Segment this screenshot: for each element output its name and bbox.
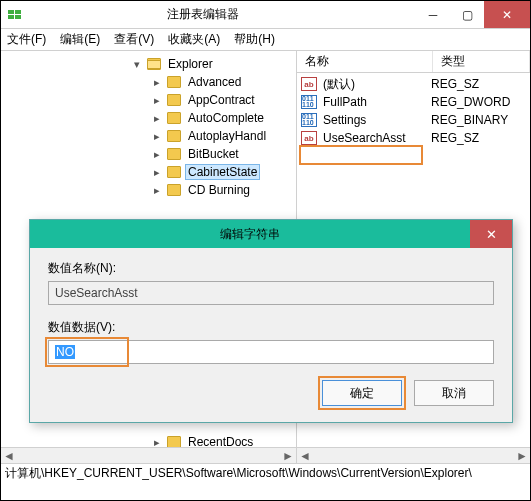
tree-hscroll[interactable]: ◄► — [3, 449, 294, 463]
value-name: FullPath — [321, 95, 431, 109]
list-row[interactable]: abUseSearchAsstREG_SZ — [297, 129, 530, 147]
string-value-icon: ab — [301, 131, 317, 145]
value-data-label: 数值数据(V): — [48, 319, 494, 336]
svg-rect-2 — [8, 15, 14, 19]
svg-rect-0 — [8, 10, 14, 14]
cancel-button[interactable]: 取消 — [414, 380, 494, 406]
tree-node[interactable]: ▸AutoComplete — [11, 109, 296, 127]
string-value-icon: ab — [301, 77, 317, 91]
node-label: AutoComplete — [185, 111, 267, 125]
ok-button[interactable]: 确定 — [322, 380, 402, 406]
svg-rect-1 — [15, 10, 21, 14]
menubar: 文件(F) 编辑(E) 查看(V) 收藏夹(A) 帮助(H) — [1, 29, 530, 51]
list-hscroll[interactable]: ◄► — [299, 449, 528, 463]
edit-string-dialog: 编辑字符串 ✕ 数值名称(N): UseSearchAsst 数值数据(V): … — [29, 219, 513, 423]
menu-file[interactable]: 文件(F) — [7, 31, 46, 48]
folder-icon — [167, 166, 181, 178]
binary-value-icon: 011 110 — [301, 113, 317, 127]
status-path: 计算机\HKEY_CURRENT_USER\Software\Microsoft… — [5, 465, 472, 482]
folder-icon — [167, 130, 181, 142]
window-title: 注册表编辑器 — [29, 6, 416, 23]
titlebar: 注册表编辑器 ─ ▢ ✕ — [1, 1, 530, 29]
expander-icon[interactable]: ▸ — [151, 130, 163, 143]
minimize-button[interactable]: ─ — [416, 1, 450, 28]
expander-icon[interactable]: ▸ — [151, 166, 163, 179]
value-data-field[interactable]: NO — [48, 340, 494, 364]
node-label: CabinetState — [185, 164, 260, 180]
folder-icon — [167, 94, 181, 106]
col-name[interactable]: 名称 — [297, 51, 433, 72]
menu-edit[interactable]: 编辑(E) — [60, 31, 100, 48]
menu-favorites[interactable]: 收藏夹(A) — [168, 31, 220, 48]
value-name: (默认) — [321, 76, 431, 93]
close-button[interactable]: ✕ — [484, 1, 530, 28]
tree-node[interactable]: ▸AppContract — [11, 91, 296, 109]
statusbar: 计算机\HKEY_CURRENT_USER\Software\Microsoft… — [1, 463, 530, 483]
node-label: Explorer — [165, 57, 216, 71]
folder-icon — [167, 148, 181, 160]
tree-node[interactable]: ▸CabinetState — [11, 163, 296, 181]
list-row[interactable]: ab(默认)REG_SZ — [297, 75, 530, 93]
folder-icon — [167, 184, 181, 196]
binary-value-icon: 011 110 — [301, 95, 317, 109]
dialog-title: 编辑字符串 — [30, 226, 470, 243]
tree-node[interactable]: ▸AutoplayHandl — [11, 127, 296, 145]
expander-icon[interactable]: ▸ — [151, 76, 163, 89]
expander-icon[interactable]: ▸ — [151, 148, 163, 161]
expander-icon[interactable]: ▸ — [151, 94, 163, 107]
folder-icon — [167, 76, 181, 88]
folder-icon — [147, 58, 161, 70]
col-type[interactable]: 类型 — [433, 51, 530, 72]
value-type: REG_SZ — [431, 131, 479, 145]
menu-help[interactable]: 帮助(H) — [234, 31, 275, 48]
node-label: CD Burning — [185, 183, 253, 197]
value-type: REG_DWORD — [431, 95, 510, 109]
dialog-close-button[interactable]: ✕ — [470, 220, 512, 248]
menu-view[interactable]: 查看(V) — [114, 31, 154, 48]
tree-node[interactable]: ▸BitBucket — [11, 145, 296, 163]
node-label: AutoplayHandl — [185, 129, 269, 143]
value-name-field: UseSearchAsst — [48, 281, 494, 305]
tree-node[interactable]: ▾Explorer — [11, 55, 296, 73]
value-name-label: 数值名称(N): — [48, 260, 494, 277]
maximize-button[interactable]: ▢ — [450, 1, 484, 28]
value-type: REG_SZ — [431, 77, 479, 91]
node-label: Advanced — [185, 75, 244, 89]
node-label: BitBucket — [185, 147, 242, 161]
folder-icon — [167, 112, 181, 124]
node-label: AppContract — [185, 93, 258, 107]
tree-node[interactable]: ▸CD Burning — [11, 181, 296, 199]
value-name: Settings — [321, 113, 431, 127]
list-row[interactable]: 011 110FullPathREG_DWORD — [297, 93, 530, 111]
expander-icon[interactable]: ▸ — [151, 112, 163, 125]
value-name: UseSearchAsst — [321, 131, 431, 145]
expander-icon[interactable]: ▾ — [131, 58, 143, 71]
app-icon — [7, 7, 23, 23]
value-type: REG_BINARY — [431, 113, 508, 127]
tree-node[interactable]: ▸Advanced — [11, 73, 296, 91]
expander-icon[interactable]: ▸ — [151, 184, 163, 197]
list-row[interactable]: 011 110SettingsREG_BINARY — [297, 111, 530, 129]
svg-rect-3 — [15, 15, 21, 19]
